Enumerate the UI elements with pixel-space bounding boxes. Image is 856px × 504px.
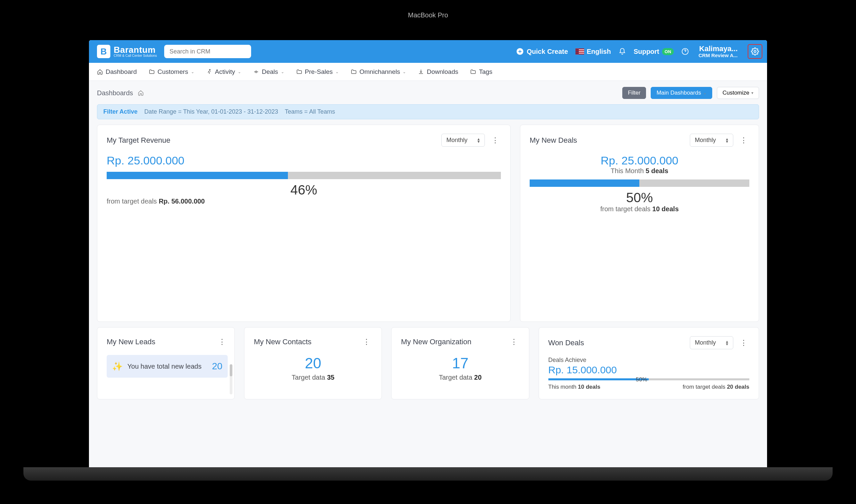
- card-title: My Target Revenue: [107, 136, 437, 145]
- filter-teams[interactable]: Teams = All Teams: [285, 108, 335, 115]
- nav-presales[interactable]: Pre-Sales ⌄: [296, 68, 339, 75]
- home-icon[interactable]: [138, 90, 144, 96]
- search-input[interactable]: [170, 48, 246, 55]
- app-screen: B Barantum CRM & Call Center Solutions Q…: [89, 40, 767, 468]
- chevron-down-icon: ⌄: [238, 70, 241, 74]
- period-select[interactable]: Monthly▴▾: [690, 134, 733, 147]
- new-deals-percent: 50%: [530, 190, 749, 205]
- sort-icon: ▴▾: [478, 138, 480, 143]
- won-footer: This month 10 deals 50% from target deal…: [548, 384, 749, 390]
- customize-button[interactable]: Customize▾: [717, 87, 759, 99]
- nav-downloads[interactable]: Downloads: [418, 68, 458, 75]
- new-deals-amount: Rp. 25.000.000: [530, 154, 749, 167]
- handshake-icon: [253, 69, 259, 75]
- card-new-organization: My New Organization ⋮ 17 Target data 20: [391, 327, 529, 399]
- home-icon: [97, 69, 103, 75]
- period-select[interactable]: Monthly▴▾: [690, 336, 733, 349]
- chevron-down-icon: ⌄: [191, 70, 194, 74]
- won-from: from target deals 20 deals: [683, 384, 749, 390]
- help-button[interactable]: [681, 48, 689, 55]
- run-icon: [206, 69, 212, 75]
- scrollbar-thumb[interactable]: [230, 364, 232, 376]
- card-new-deals: My New Deals Monthly▴▾ ⋮ Rp. 25.000.000 …: [520, 125, 759, 322]
- nav-omnichannels[interactable]: Omnichannels ⌄: [351, 68, 406, 75]
- breadcrumb: Dashboards: [97, 89, 133, 97]
- device-frame: B Barantum CRM & Call Center Solutions Q…: [0, 0, 856, 504]
- nav-activity[interactable]: Activity ⌄: [206, 68, 241, 75]
- nav-label: Customers: [158, 68, 188, 75]
- support-badge: ON: [662, 48, 674, 55]
- content: Dashboards Filter Main Dashboards⌄ Custo…: [89, 81, 767, 468]
- help-icon: [681, 48, 689, 55]
- laptop-base: [23, 467, 833, 481]
- device-label: MacBook Pro: [70, 11, 786, 19]
- chevron-down-icon: ⌄: [281, 70, 284, 74]
- nav-dashboard[interactable]: Dashboard: [97, 68, 137, 75]
- leads-count: 20: [212, 361, 222, 372]
- quick-create-button[interactable]: Quick Create: [516, 48, 568, 55]
- card-menu-button[interactable]: ⋮: [489, 135, 501, 146]
- chevron-down-icon: ⌄: [703, 91, 707, 95]
- chevron-down-icon: ⌄: [335, 70, 339, 74]
- plus-circle-icon: [516, 48, 524, 55]
- card-menu-button[interactable]: ⋮: [738, 337, 749, 348]
- card-menu-button[interactable]: ⋮: [738, 135, 749, 146]
- won-this-month: This month 10 deals: [548, 384, 601, 390]
- sort-icon: ▴▾: [726, 340, 728, 346]
- folder-icon: [470, 69, 476, 75]
- won-achieve-label: Deals Achieve: [548, 357, 749, 364]
- support-link[interactable]: Support ON: [634, 48, 674, 55]
- card-menu-button[interactable]: ⋮: [361, 336, 372, 347]
- scrollbar[interactable]: [230, 364, 232, 394]
- nav-deals[interactable]: Deals ⌄: [253, 68, 284, 75]
- filter-date-range[interactable]: Date Range = This Year, 01-01-2023 - 31-…: [144, 108, 278, 115]
- nav-label: Activity: [215, 68, 235, 75]
- nav-tags[interactable]: Tags: [470, 68, 492, 75]
- svg-point-2: [754, 51, 756, 53]
- user-role: CRM Review A...: [698, 53, 738, 58]
- nav-label: Downloads: [427, 68, 458, 75]
- logo-text: Barantum CRM & Call Center Solutions: [114, 46, 157, 57]
- download-icon: [418, 69, 424, 75]
- main-dashboards-button[interactable]: Main Dashboards⌄: [651, 87, 712, 99]
- search-box[interactable]: [164, 45, 251, 58]
- card-won-deals: Won Deals Monthly▴▾ ⋮ Deals Achieve Rp. …: [539, 327, 759, 399]
- chevron-down-icon: ⌄: [403, 70, 406, 74]
- org-value: 17: [401, 355, 519, 372]
- gear-icon: [751, 48, 759, 55]
- contacts-target: Target data 35: [254, 374, 372, 381]
- logo-icon: B: [97, 45, 110, 58]
- card-title: My New Contacts: [254, 338, 356, 346]
- revenue-from: from target deals Rp. 56.000.000: [107, 198, 501, 205]
- user-menu[interactable]: Kalimaya... CRM Review A...: [698, 45, 738, 58]
- language-switch[interactable]: English: [575, 48, 611, 55]
- new-deals-from: from target deals 10 deals: [530, 205, 749, 213]
- card-title: Won Deals: [548, 339, 685, 347]
- logo[interactable]: B Barantum CRM & Call Center Solutions: [97, 45, 157, 58]
- card-title: My New Leads: [107, 338, 212, 346]
- nav-label: Deals: [262, 68, 278, 75]
- user-name: Kalimaya...: [698, 45, 738, 53]
- card-target-revenue: My Target Revenue Monthly▴▾ ⋮ Rp. 25.000…: [97, 125, 511, 322]
- brand-tagline: CRM & Call Center Solutions: [114, 54, 157, 57]
- card-menu-button[interactable]: ⋮: [508, 336, 520, 347]
- nav-label: Dashboard: [106, 68, 137, 75]
- nav-customers[interactable]: Customers ⌄: [149, 68, 194, 75]
- brand-name: Barantum: [114, 46, 157, 54]
- new-deals-progress-bar: [530, 179, 749, 187]
- bell-icon: [618, 48, 626, 55]
- sparkles-icon: ✨: [112, 361, 123, 372]
- settings-button[interactable]: [748, 44, 762, 59]
- main-nav: Dashboard Customers ⌄ Activity ⌄ Deals ⌄: [89, 63, 767, 81]
- card-menu-button[interactable]: ⋮: [216, 336, 228, 347]
- sort-icon: ▴▾: [726, 138, 728, 143]
- flag-uk-icon: [575, 49, 584, 54]
- cards-row-2: My New Leads ⋮ ✨ You have total new lead…: [97, 327, 759, 399]
- language-label: English: [587, 48, 611, 55]
- period-select[interactable]: Monthly▴▾: [441, 134, 485, 147]
- won-percent: 50%: [608, 376, 674, 383]
- filter-button[interactable]: Filter: [622, 87, 646, 99]
- breadcrumb-row: Dashboards Filter Main Dashboards⌄ Custo…: [97, 87, 759, 99]
- svg-point-3: [209, 69, 210, 70]
- notifications-button[interactable]: [618, 48, 626, 55]
